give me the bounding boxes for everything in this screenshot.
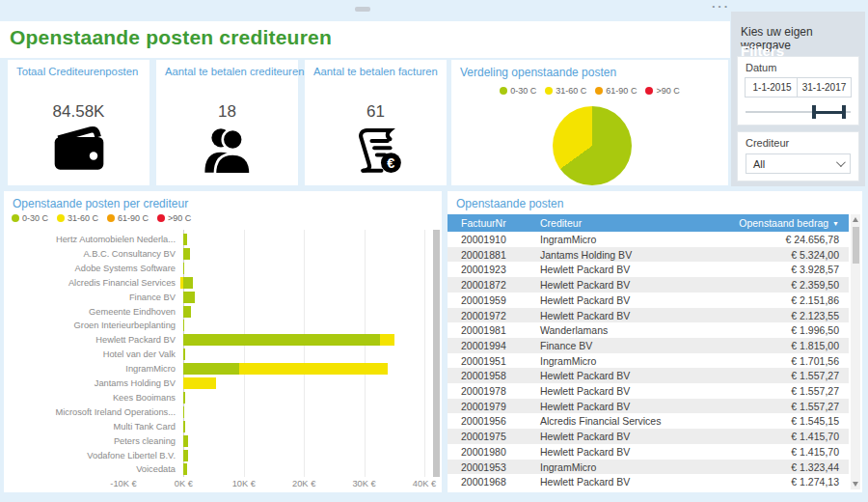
pie-card: Verdeling openstaande posten 0-30 C31-60… bbox=[451, 60, 728, 185]
cell-crediteur: Hewlett Packard BV bbox=[540, 279, 630, 291]
cell-factuurnr: 20001910 bbox=[461, 234, 506, 245]
bar-segment[interactable] bbox=[183, 248, 190, 260]
bar-segment[interactable] bbox=[183, 292, 194, 303]
bar-category-label: A.B.C. Consultancy BV bbox=[12, 249, 176, 259]
scrollbar-thumb[interactable] bbox=[853, 227, 859, 264]
bar-category-label: Finance BV bbox=[12, 293, 176, 302]
table-row[interactable]: 20001956Alcredis Financial Services€ 1.5… bbox=[448, 413, 849, 429]
cell-factuurnr: 20001872 bbox=[461, 279, 506, 291]
bar-segment[interactable] bbox=[183, 363, 239, 375]
bar-segment[interactable] bbox=[239, 363, 388, 375]
table-row[interactable]: 20001923Hewlett Packard BV€ 3.928,57 bbox=[448, 262, 849, 277]
cell-crediteur: IngramMicro bbox=[540, 355, 596, 367]
bar-segment[interactable] bbox=[183, 234, 187, 245]
table-scrollbar[interactable] bbox=[851, 214, 860, 489]
cell-factuurnr: 20001956 bbox=[461, 415, 506, 427]
bar-category-label: Jantams Holding BV bbox=[12, 378, 176, 388]
creditor-dropdown[interactable]: All bbox=[746, 153, 851, 174]
table-row[interactable]: 20001958Hewlett Packard BV€ 1.557,27 bbox=[448, 368, 849, 383]
table-row[interactable]: 20001953IngramMicro€ 1.323,44 bbox=[448, 460, 849, 475]
kpi-card-aantal-crediteuren[interactable]: Aantal te betalen crediteuren 18 bbox=[156, 60, 298, 185]
creditor-filter-card: Crediteur All bbox=[737, 131, 859, 181]
table-row[interactable]: 20001994Finance BV€ 1.815,00 bbox=[448, 338, 849, 353]
bar-segment[interactable] bbox=[183, 334, 380, 346]
legend-label: 0-30 C bbox=[510, 86, 536, 96]
table-row[interactable]: 20001979Hewlett Packard BV€ 1.557,27 bbox=[448, 399, 849, 414]
kpi-card-totaal-crediteurenposten[interactable]: Totaal Crediteurenposten 84.58K bbox=[8, 60, 149, 185]
kpi-value: 61 bbox=[305, 102, 447, 122]
bar-segment[interactable] bbox=[183, 406, 184, 418]
scroll-down-icon[interactable] bbox=[853, 482, 858, 487]
invoice-euro-icon: € bbox=[305, 124, 447, 180]
cell-crediteur: Hewlett Packard BV bbox=[540, 310, 630, 321]
bar-segment[interactable] bbox=[180, 277, 183, 289]
wallet-icon bbox=[8, 124, 149, 180]
bar-category-label: Hertz Automobielen Nederla... bbox=[12, 235, 176, 244]
bar-category-label: Adobe Systems Software bbox=[12, 264, 176, 273]
slider-handle-end[interactable] bbox=[842, 105, 846, 119]
bar-segment[interactable] bbox=[183, 421, 185, 432]
x-axis-tick: 10K € bbox=[223, 479, 265, 488]
bar-category-label: Hewlett Packard BV bbox=[12, 335, 176, 345]
creditor-filter-label: Crediteur bbox=[746, 137, 789, 149]
cell-bedrag: € 1.415,70 bbox=[791, 446, 839, 458]
gridline bbox=[365, 230, 366, 477]
table-row[interactable]: 20001981Wanderlamans€ 1.996,50 bbox=[448, 322, 849, 338]
drag-handle[interactable] bbox=[355, 7, 370, 12]
legend-item[interactable]: 31-60 C bbox=[545, 86, 586, 96]
table-card: Openstaande posten FactuurNr Crediteur O… bbox=[448, 191, 862, 492]
cell-bedrag: € 1.557,27 bbox=[791, 370, 839, 381]
page-title: Openstaande posten crediteuren bbox=[10, 26, 332, 49]
cell-factuurnr: 20001975 bbox=[461, 431, 506, 442]
more-options-icon[interactable]: ··· bbox=[712, 0, 730, 14]
bar-segment[interactable] bbox=[183, 277, 193, 289]
cell-factuurnr: 20001959 bbox=[461, 294, 506, 306]
cell-bedrag: € 1.323,44 bbox=[791, 461, 839, 473]
legend-item[interactable]: 61-90 C bbox=[595, 86, 637, 96]
table-row[interactable]: 20001972Hewlett Packard BV€ 2.123,55 bbox=[448, 308, 849, 323]
bar-segment[interactable] bbox=[183, 450, 188, 461]
cell-crediteur: Hewlett Packard BV bbox=[540, 294, 630, 306]
gridline bbox=[424, 230, 425, 477]
table-row[interactable]: 20001872Hewlett Packard BV€ 2.359,50 bbox=[448, 277, 849, 293]
bar-segment[interactable] bbox=[183, 377, 215, 389]
date-start-input[interactable]: 1-1-2015 bbox=[745, 77, 800, 98]
x-axis-tick: -10K € bbox=[102, 479, 145, 488]
table-row[interactable]: 20001980Hewlett Packard BV€ 1.415,70 bbox=[448, 444, 849, 460]
scroll-up-icon[interactable] bbox=[853, 217, 858, 222]
table-row[interactable]: 20001910IngramMicro€ 24.656,78 bbox=[448, 232, 849, 247]
legend-dot bbox=[645, 87, 653, 95]
cell-bedrag: € 1.274,13 bbox=[791, 476, 839, 488]
bar-chart-plot: -10K €0K €10K €20K €30K €40K €Hertz Auto… bbox=[4, 191, 442, 492]
legend-dot bbox=[500, 87, 507, 95]
people-icon bbox=[156, 124, 298, 180]
cell-bedrag: € 2.123,55 bbox=[791, 310, 839, 321]
date-end-input[interactable]: 31-1-2017 bbox=[797, 77, 852, 98]
legend-item[interactable]: >90 C bbox=[645, 86, 679, 96]
table-row[interactable]: 20001951IngramMicro€ 1.701,56 bbox=[448, 353, 849, 369]
bar-segment[interactable] bbox=[183, 306, 190, 318]
table-row[interactable]: 20001975Hewlett Packard BV€ 1.415,70 bbox=[448, 429, 849, 444]
aging-pie-chart[interactable] bbox=[553, 106, 632, 185]
slider-range[interactable] bbox=[812, 111, 843, 114]
table-row[interactable]: 20001881Jantams Holding BV€ 5.324,00 bbox=[448, 247, 849, 263]
bar-chart-scrollbar[interactable] bbox=[433, 230, 440, 477]
bar-segment[interactable] bbox=[183, 320, 184, 331]
bar-segment[interactable] bbox=[183, 463, 186, 475]
legend-item[interactable]: 0-30 C bbox=[500, 86, 536, 96]
bar-segment[interactable] bbox=[183, 349, 184, 360]
bar-segment[interactable] bbox=[380, 334, 394, 346]
bar-segment[interactable] bbox=[183, 392, 184, 404]
filter-panel: Kies uw eigen weergave Filters Datum 1-1… bbox=[731, 12, 865, 186]
bar-segment[interactable] bbox=[183, 435, 188, 447]
cell-crediteur: Hewlett Packard BV bbox=[540, 264, 630, 275]
bar-category-label: Hotel van der Valk bbox=[12, 349, 176, 359]
slider-handle-start[interactable] bbox=[812, 105, 816, 119]
cell-crediteur: IngramMicro bbox=[540, 461, 596, 473]
table-row[interactable]: 20001978Hewlett Packard BV€ 1.557,27 bbox=[448, 383, 849, 399]
date-range-slider[interactable] bbox=[746, 105, 851, 119]
table-row[interactable]: 20001959Hewlett Packard BV€ 2.151,86 bbox=[448, 293, 849, 308]
kpi-card-aantal-facturen[interactable]: Aantal te betalen facturen 61 € bbox=[305, 60, 447, 185]
table-row[interactable]: 20001968Hewlett Packard BV€ 1.274,13 bbox=[448, 474, 849, 489]
bar-segment[interactable] bbox=[183, 263, 184, 274]
